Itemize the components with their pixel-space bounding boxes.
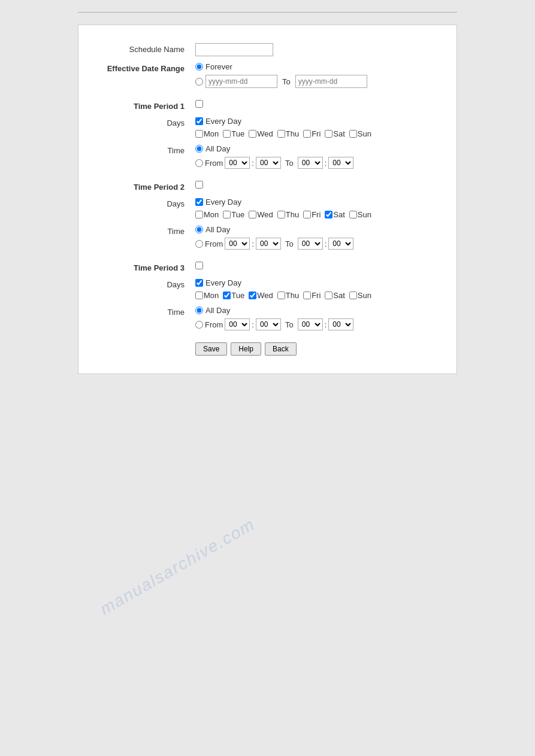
tp2-time-row: Time All Day From 0001020304050607080910… [90,225,445,250]
time-period-1-checkbox[interactable] [195,100,203,108]
tp2-from-min[interactable]: 00051015202530 [256,238,281,250]
tp3-from-hour[interactable]: 00010203040506070809101112 [225,318,250,330]
tp2-tue-label[interactable]: Tue [223,210,244,219]
time-period-3-row: Time Period 3 [90,262,445,272]
tp3-sun-label[interactable]: Sun [349,291,371,300]
forever-label[interactable]: Forever [205,62,232,71]
tp2-sat-label[interactable]: Sat [325,210,345,219]
tp2-fri-checkbox[interactable] [303,211,311,218]
tp1-fri-checkbox[interactable] [303,130,311,138]
tp3-all-day-row: All Day [195,306,445,315]
date-to-input[interactable] [295,75,367,88]
tp3-sat-label[interactable]: Sat [325,291,345,300]
tp1-thu-label[interactable]: Thu [277,129,299,138]
tp1-to-hour[interactable]: 00010203040506070809101112 [298,157,323,169]
tp1-sat-label[interactable]: Sat [325,129,345,138]
tp1-sat-checkbox[interactable] [325,130,333,138]
tp3-sat-checkbox[interactable] [325,292,333,299]
tp1-time-label: Time [90,144,195,155]
tp2-mon-label[interactable]: Mon [195,210,219,219]
tp3-to-min[interactable]: 00051015202530 [328,318,353,330]
tp3-every-day-row: Every Day [195,278,445,287]
tp3-from-label[interactable]: From [205,320,223,329]
back-button[interactable]: Back [265,342,297,356]
tp2-from-radio[interactable] [195,240,203,248]
tp1-every-day-checkbox[interactable] [195,117,203,125]
tp1-wed-label[interactable]: Wed [249,129,273,138]
tp3-tue-label[interactable]: Tue [223,291,244,300]
tp1-every-day-row: Every Day [195,117,445,126]
time-period-2-checkbox[interactable] [195,181,203,189]
tp3-tue-checkbox[interactable] [223,292,231,299]
tp2-sat-checkbox[interactable] [325,211,333,218]
time-period-3-checkbox[interactable] [195,262,203,269]
save-button[interactable]: Save [195,342,227,356]
tp3-fri-label[interactable]: Fri [303,291,321,300]
tp2-to-min[interactable]: 00051015202530 [328,238,353,250]
tp2-wed-checkbox[interactable] [249,211,256,218]
tp3-sun-checkbox[interactable] [349,292,357,299]
tp2-every-day-checkbox[interactable] [195,198,203,206]
tp2-thu-label[interactable]: Thu [277,210,299,219]
tp1-sun-checkbox[interactable] [349,130,357,138]
tp1-from-radio[interactable] [195,159,203,167]
tp3-mon-label[interactable]: Mon [195,291,219,300]
time-period-2-section: Time Period 2 Days Every Day Mon Tue Wed [90,181,445,250]
tp2-wed-label[interactable]: Wed [249,210,273,219]
schedule-name-input[interactable] [195,43,273,56]
tp3-thu-label[interactable]: Thu [277,291,299,300]
tp1-to-min[interactable]: 00051015202530 [328,157,353,169]
tp3-wed-label[interactable]: Wed [249,291,273,300]
time-period-3-section: Time Period 3 Days Every Day Mon Tue Wed [90,262,445,330]
tp2-time-label: Time [90,225,195,236]
tp1-all-day-label[interactable]: All Day [205,144,230,153]
tp2-mon-checkbox[interactable] [195,211,203,218]
tp3-all-day-label[interactable]: All Day [205,306,230,315]
forever-radio[interactable] [195,63,203,71]
tp1-wed-checkbox[interactable] [249,130,256,138]
tp3-fri-checkbox[interactable] [303,292,311,299]
tp2-colon1: : [252,239,254,248]
tp2-fri-label[interactable]: Fri [303,210,321,219]
tp1-all-day-radio[interactable] [195,145,203,153]
tp3-every-day-checkbox[interactable] [195,279,203,287]
tp1-from-label[interactable]: From [205,159,223,168]
tp2-from-label[interactable]: From [205,239,223,248]
tp3-from-min[interactable]: 00051015202530 [256,318,281,330]
tp2-tue-checkbox[interactable] [223,211,231,218]
tp2-thu-checkbox[interactable] [277,211,285,218]
tp3-to-hour[interactable]: 00010203040506070809101112 [298,318,323,330]
tp1-from-min[interactable]: 00051015202530 [256,157,281,169]
tp3-every-day-label[interactable]: Every Day [205,278,241,287]
help-button[interactable]: Help [231,342,261,356]
tp1-sun-label[interactable]: Sun [349,129,371,138]
tp2-from-hour[interactable]: 00010203040506070809101112 [225,238,250,250]
tp2-to-hour[interactable]: 00010203040506070809101112 [298,238,323,250]
tp1-every-day-label[interactable]: Every Day [205,117,241,126]
tp2-sun-checkbox[interactable] [349,211,357,218]
tp2-all-day-radio[interactable] [195,226,203,233]
date-range-row: To [195,75,445,88]
date-range-radio[interactable] [195,78,203,86]
tp3-from-radio[interactable] [195,321,203,329]
tp2-all-day-label[interactable]: All Day [205,225,230,234]
tp1-thu-checkbox[interactable] [277,130,285,138]
time-period-2-row: Time Period 2 [90,181,445,192]
tp1-mon-checkbox[interactable] [195,130,203,138]
tp1-tue-checkbox[interactable] [223,130,231,138]
tp3-thu-checkbox[interactable] [277,292,285,299]
tp3-wed-checkbox[interactable] [249,292,256,299]
tp1-tue-label[interactable]: Tue [223,129,244,138]
tp3-all-day-radio[interactable] [195,306,203,314]
time-period-1-checkbox-content [195,100,445,108]
tp2-sun-label[interactable]: Sun [349,210,371,219]
tp1-fri-label[interactable]: Fri [303,129,321,138]
tp3-mon-checkbox[interactable] [195,292,203,299]
tp1-colon1: : [252,159,254,168]
tp1-from-hour[interactable]: 00010203040506070809101112 [225,157,250,169]
tp2-every-day-label[interactable]: Every Day [205,198,241,207]
forever-row: Forever [195,62,445,71]
tp2-days-checkboxes: Mon Tue Wed Thu Fri Sat Sun [195,210,445,219]
date-from-input[interactable] [205,75,277,88]
tp1-mon-label[interactable]: Mon [195,129,219,138]
